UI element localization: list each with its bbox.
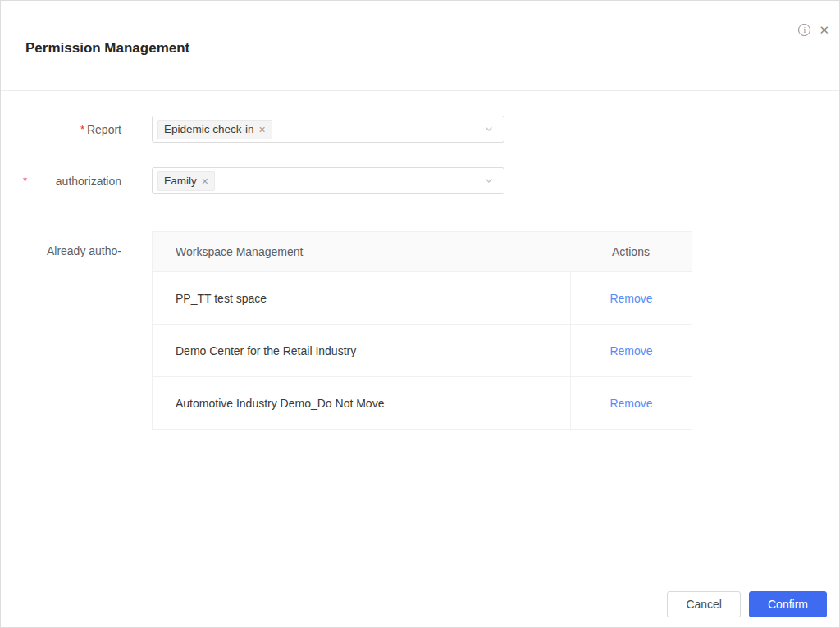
column-header-actions: Actions [570,245,692,258]
required-asterisk: * [23,175,27,187]
workspace-name: Automotive Industry Demo_Do Not Move [153,377,570,429]
table-row: PP_TT test space Remove [153,271,692,324]
chevron-down-icon [484,174,494,189]
tag-close-icon[interactable]: × [202,175,208,187]
table-header-row: Workspace Management Actions [153,232,692,271]
column-header-workspace: Workspace Management [153,245,570,258]
cancel-button[interactable]: Cancel [667,591,741,617]
report-tag-label: Epidemic check-in [164,123,254,135]
report-label: * Report [23,123,121,136]
info-icon[interactable]: i [798,24,810,36]
actions-cell: Remove [570,377,692,429]
authorization-select[interactable]: Family × [152,167,504,194]
table-row: Demo Center for the Retail Industry Remo… [153,324,692,376]
authorized-label-text: Already autho- [47,244,121,257]
report-label-text: Report [87,123,121,136]
remove-link[interactable]: Remove [609,344,652,357]
authorization-tag-label: Family [164,175,197,187]
actions-cell: Remove [570,272,692,324]
confirm-button[interactable]: Confirm [749,591,827,617]
report-selected-tag: Epidemic check-in × [158,120,272,139]
authorized-workspaces-table: Workspace Management Actions PP_TT test … [152,231,692,430]
chevron-down-icon [484,122,494,137]
required-asterisk: * [80,123,84,135]
remove-link[interactable]: Remove [609,292,652,305]
form-row-report: * Report Epidemic check-in × [23,116,839,143]
dialog-footer: Cancel Confirm [1,588,839,627]
form-row-authorization: * authorization Family × [23,167,839,194]
actions-cell: Remove [570,325,692,376]
dialog-body: * Report Epidemic check-in × * authoriza… [1,91,839,588]
authorization-label: * authorization [23,175,121,188]
remove-link[interactable]: Remove [609,397,652,410]
table-row: Automotive Industry Demo_Do Not Move Rem… [153,376,692,429]
authorization-selected-tag: Family × [158,171,215,191]
header-icons: i ✕ [798,24,829,36]
page-title: Permission Management [25,40,189,57]
permission-management-dialog: Permission Management i ✕ * Report Epide… [0,0,840,628]
workspace-name: PP_TT test space [153,272,570,324]
dialog-header: Permission Management i ✕ [1,1,839,91]
authorization-label-text: authorization [56,175,121,188]
close-icon[interactable]: ✕ [819,24,829,36]
form-row-authorized: Already autho- Workspace Management Acti… [23,231,839,430]
authorized-label: Already autho- [23,231,121,257]
tag-close-icon[interactable]: × [259,124,266,135]
workspace-name: Demo Center for the Retail Industry [153,325,570,376]
report-select[interactable]: Epidemic check-in × [152,116,504,143]
